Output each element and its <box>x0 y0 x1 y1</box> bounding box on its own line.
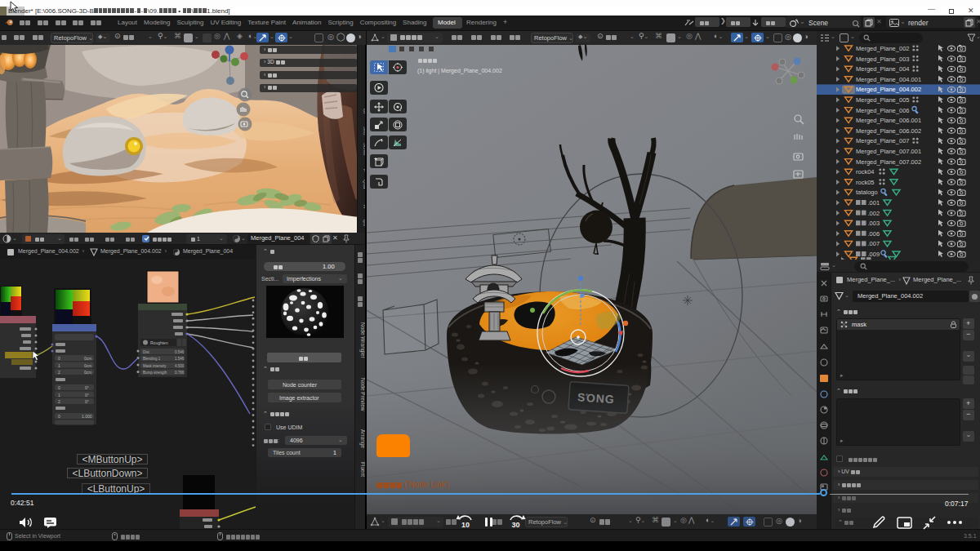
svg-text:Blending 1: Blending 1 <box>143 357 161 361</box>
svg-text:Merged_Plane_004.002: Merged_Plane_004.002 <box>856 86 921 93</box>
svg-text:.007: .007 <box>868 240 880 247</box>
svg-text:.001: .001 <box>868 199 880 207</box>
svg-text:10: 10 <box>461 521 470 529</box>
svg-text:Merged_Plane_003: Merged_Plane_003 <box>856 56 909 63</box>
svg-text:0: 0 <box>58 385 60 390</box>
svg-text:0°: 0° <box>85 393 89 398</box>
svg-text:0°: 0° <box>85 385 89 390</box>
svg-text:Merged_Plane_007: Merged_Plane_007 <box>856 137 909 144</box>
svg-text:0.766: 0.766 <box>175 371 185 375</box>
svg-text:0: 0 <box>58 356 60 361</box>
svg-text:Merged_Plane_006.002: Merged_Plane_006.002 <box>856 127 921 135</box>
svg-text:Merged_Plane_004.001: Merged_Plane_004.001 <box>856 76 921 83</box>
svg-text:Merged_Plane_007.001: Merged_Plane_007.001 <box>856 148 921 155</box>
svg-text:Mask intensity: Mask intensity <box>143 364 167 368</box>
svg-text:.002: .002 <box>868 210 880 217</box>
svg-text:.003: .003 <box>868 220 880 227</box>
svg-text:1.546: 1.546 <box>175 357 185 361</box>
svg-text:rock05: rock05 <box>856 179 875 186</box>
svg-text:Merged_Plane_005: Merged_Plane_005 <box>856 96 909 104</box>
svg-text:1: 1 <box>58 393 60 398</box>
svg-text:0: 0 <box>58 414 60 419</box>
svg-text:1: 1 <box>58 363 60 368</box>
svg-text:.006: .006 <box>868 230 880 238</box>
svg-text:1.000: 1.000 <box>82 414 92 419</box>
svg-text:Merged_Plane_007.002: Merged_Plane_007.002 <box>856 158 921 166</box>
svg-text:4.500: 4.500 <box>175 364 185 368</box>
svg-text:Merged_Plane_004: Merged_Plane_004 <box>856 65 909 73</box>
svg-text:Dist: Dist <box>143 350 149 354</box>
svg-text:30: 30 <box>512 521 520 529</box>
svg-text:0.546: 0.546 <box>175 350 185 354</box>
svg-text:0cm: 0cm <box>84 370 91 375</box>
svg-text:0cm: 0cm <box>84 363 91 368</box>
svg-text:rock04: rock04 <box>856 168 875 176</box>
svg-text:.009: .009 <box>868 251 880 258</box>
svg-text:0°: 0° <box>85 399 89 404</box>
svg-text:Bump strength: Bump strength <box>143 371 167 375</box>
svg-text:2: 2 <box>58 399 60 404</box>
svg-text:Merged_Plane_006: Merged_Plane_006 <box>856 107 909 114</box>
svg-text:Merged_Plane_006.001: Merged_Plane_006.001 <box>856 117 921 124</box>
svg-text:tatalogo: tatalogo <box>856 189 878 196</box>
svg-text:2: 2 <box>58 370 60 375</box>
svg-text:Merged_Plane_002: Merged_Plane_002 <box>856 45 909 52</box>
svg-text:Roughten: Roughten <box>150 340 168 345</box>
svg-text:0cm: 0cm <box>84 356 91 361</box>
